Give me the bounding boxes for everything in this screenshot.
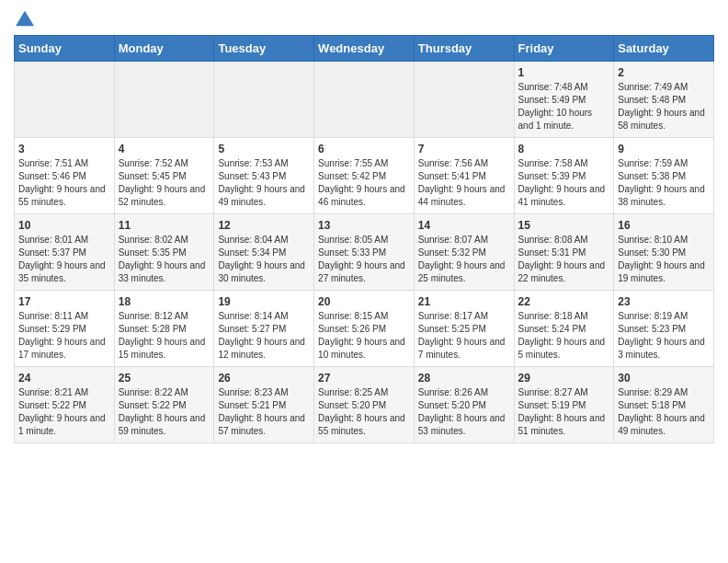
calendar-cell: 24Sunrise: 8:21 AMSunset: 5:22 PMDayligh… [15,367,115,443]
day-number: 2 [618,66,710,79]
day-number: 13 [318,219,410,232]
day-number: 8 [518,143,610,155]
day-number: 14 [418,219,510,232]
day-info: Sunrise: 7:55 AMSunset: 5:42 PMDaylight:… [318,157,410,209]
day-number: 21 [418,295,510,308]
day-number: 12 [218,219,310,232]
day-info: Sunrise: 8:17 AMSunset: 5:25 PMDaylight:… [418,310,510,362]
day-number: 27 [318,372,410,385]
page-container: SundayMondayTuesdayWednesdayThursdayFrid… [0,0,728,453]
day-info: Sunrise: 7:53 AMSunset: 5:43 PMDaylight:… [218,157,310,209]
calendar-cell: 10Sunrise: 8:01 AMSunset: 5:37 PMDayligh… [15,214,115,291]
day-number: 9 [618,143,710,155]
day-number: 6 [318,143,410,155]
day-info: Sunrise: 7:52 AMSunset: 5:45 PMDaylight:… [119,157,210,209]
logo-icon [16,9,34,28]
calendar-cell: 22Sunrise: 8:18 AMSunset: 5:24 PMDayligh… [514,291,614,367]
day-number: 18 [119,295,210,308]
day-number: 17 [18,295,110,308]
day-info: Sunrise: 7:48 AMSunset: 5:49 PMDaylight:… [518,81,610,132]
calendar-cell [214,62,314,138]
day-number: 11 [119,219,210,232]
day-header-saturday: Saturday [614,36,714,62]
calendar-cell: 21Sunrise: 8:17 AMSunset: 5:25 PMDayligh… [414,291,514,367]
day-header-thursday: Thursday [414,36,514,62]
calendar-cell: 12Sunrise: 8:04 AMSunset: 5:34 PMDayligh… [214,214,314,291]
calendar-cell: 26Sunrise: 8:23 AMSunset: 5:21 PMDayligh… [214,367,314,443]
day-info: Sunrise: 8:01 AMSunset: 5:37 PMDaylight:… [18,234,110,285]
day-number: 19 [218,295,310,308]
page-header [14,9,714,28]
day-info: Sunrise: 8:14 AMSunset: 5:27 PMDaylight:… [218,310,310,362]
day-info: Sunrise: 8:29 AMSunset: 5:18 PMDaylight:… [618,386,710,438]
calendar-cell: 7Sunrise: 7:56 AMSunset: 5:41 PMDaylight… [414,138,514,214]
calendar-cell [314,62,415,138]
day-header-monday: Monday [114,36,214,62]
calendar-cell: 17Sunrise: 8:11 AMSunset: 5:29 PMDayligh… [15,291,115,367]
day-number: 23 [618,295,710,308]
calendar-cell: 14Sunrise: 8:07 AMSunset: 5:32 PMDayligh… [414,214,514,291]
day-info: Sunrise: 8:11 AMSunset: 5:29 PMDaylight:… [18,310,110,362]
day-info: Sunrise: 7:56 AMSunset: 5:41 PMDaylight:… [418,157,510,209]
calendar-cell: 1Sunrise: 7:48 AMSunset: 5:49 PMDaylight… [514,62,614,138]
calendar-cell: 6Sunrise: 7:55 AMSunset: 5:42 PMDaylight… [314,138,415,214]
calendar-cell: 8Sunrise: 7:58 AMSunset: 5:39 PMDaylight… [514,138,614,214]
calendar-week-row: 10Sunrise: 8:01 AMSunset: 5:37 PMDayligh… [15,214,714,291]
day-info: Sunrise: 8:08 AMSunset: 5:31 PMDaylight:… [518,234,610,285]
day-header-friday: Friday [514,36,614,62]
day-info: Sunrise: 8:15 AMSunset: 5:26 PMDaylight:… [318,310,410,362]
day-info: Sunrise: 7:59 AMSunset: 5:38 PMDaylight:… [618,157,710,209]
day-number: 24 [18,372,110,385]
calendar-cell: 23Sunrise: 8:19 AMSunset: 5:23 PMDayligh… [614,291,714,367]
day-info: Sunrise: 8:18 AMSunset: 5:24 PMDaylight:… [518,310,610,362]
day-number: 10 [18,219,110,232]
calendar-cell: 29Sunrise: 8:27 AMSunset: 5:19 PMDayligh… [514,367,614,443]
calendar-week-row: 17Sunrise: 8:11 AMSunset: 5:29 PMDayligh… [15,291,714,367]
day-number: 1 [518,66,610,79]
day-number: 7 [418,143,510,155]
day-number: 28 [418,372,510,385]
day-info: Sunrise: 8:22 AMSunset: 5:22 PMDaylight:… [119,386,210,438]
calendar-cell: 5Sunrise: 7:53 AMSunset: 5:43 PMDaylight… [214,138,314,214]
day-number: 5 [218,143,310,155]
day-header-tuesday: Tuesday [214,36,314,62]
day-info: Sunrise: 8:19 AMSunset: 5:23 PMDaylight:… [618,310,710,362]
calendar-week-row: 1Sunrise: 7:48 AMSunset: 5:49 PMDaylight… [15,62,714,138]
calendar-header-row: SundayMondayTuesdayWednesdayThursdayFrid… [15,36,714,62]
day-info: Sunrise: 7:58 AMSunset: 5:39 PMDaylight:… [518,157,610,209]
calendar-cell: 2Sunrise: 7:49 AMSunset: 5:48 PMDaylight… [614,62,714,138]
calendar-cell: 4Sunrise: 7:52 AMSunset: 5:45 PMDaylight… [114,138,214,214]
calendar-cell: 30Sunrise: 8:29 AMSunset: 5:18 PMDayligh… [614,367,714,443]
logo [14,9,34,28]
calendar-cell [114,62,214,138]
calendar-cell: 11Sunrise: 8:02 AMSunset: 5:35 PMDayligh… [114,214,214,291]
day-info: Sunrise: 8:10 AMSunset: 5:30 PMDaylight:… [618,234,710,285]
day-info: Sunrise: 8:21 AMSunset: 5:22 PMDaylight:… [18,386,110,438]
day-number: 3 [18,143,110,155]
day-info: Sunrise: 8:07 AMSunset: 5:32 PMDaylight:… [418,234,510,285]
day-number: 29 [518,372,610,385]
calendar-cell: 28Sunrise: 8:26 AMSunset: 5:20 PMDayligh… [414,367,514,443]
calendar-cell [15,62,115,138]
calendar-week-row: 3Sunrise: 7:51 AMSunset: 5:46 PMDaylight… [15,138,714,214]
day-header-wednesday: Wednesday [314,36,415,62]
day-number: 26 [218,372,310,385]
calendar-cell [414,62,514,138]
calendar-table: SundayMondayTuesdayWednesdayThursdayFrid… [14,35,714,443]
calendar-cell: 27Sunrise: 8:25 AMSunset: 5:20 PMDayligh… [314,367,415,443]
day-info: Sunrise: 7:49 AMSunset: 5:48 PMDaylight:… [618,81,710,132]
calendar-cell: 15Sunrise: 8:08 AMSunset: 5:31 PMDayligh… [514,214,614,291]
day-number: 4 [119,143,210,155]
day-number: 20 [318,295,410,308]
logo-text [14,9,34,28]
day-info: Sunrise: 8:05 AMSunset: 5:33 PMDaylight:… [318,234,410,285]
svg-marker-0 [16,11,34,27]
day-number: 22 [518,295,610,308]
calendar-cell: 18Sunrise: 8:12 AMSunset: 5:28 PMDayligh… [114,291,214,367]
calendar-cell: 9Sunrise: 7:59 AMSunset: 5:38 PMDaylight… [614,138,714,214]
day-info: Sunrise: 8:04 AMSunset: 5:34 PMDaylight:… [218,234,310,285]
day-info: Sunrise: 8:02 AMSunset: 5:35 PMDaylight:… [119,234,210,285]
calendar-cell: 16Sunrise: 8:10 AMSunset: 5:30 PMDayligh… [614,214,714,291]
day-info: Sunrise: 8:25 AMSunset: 5:20 PMDaylight:… [318,386,410,438]
day-header-sunday: Sunday [15,36,115,62]
